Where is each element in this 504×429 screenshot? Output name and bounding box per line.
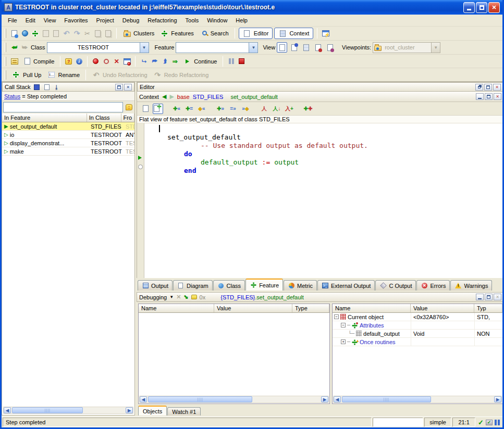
toolbar-gripper[interactable]: [5, 70, 6, 80]
watch-column-type[interactable]: Type: [292, 304, 329, 312]
menu-window[interactable]: Window: [203, 16, 231, 25]
add-project-icon[interactable]: [31, 29, 40, 37]
project-info-icon[interactable]: i: [75, 57, 83, 66]
interface-view-icon[interactable]: [325, 43, 335, 52]
hex-prefix-label[interactable]: 0x: [200, 294, 206, 300]
context-minimize-icon[interactable]: [476, 93, 484, 100]
import-call-stack-icon[interactable]: ⭳: [53, 83, 60, 91]
objects-column-value[interactable]: Value: [411, 304, 474, 312]
tab-class[interactable]: Class: [213, 280, 245, 291]
code-feature-name[interactable]: set_output_default: [167, 133, 503, 142]
tab-objects[interactable]: Objects: [138, 406, 167, 415]
context-forward-icon[interactable]: ▶: [169, 93, 174, 100]
editor-header[interactable]: Editor ✕: [137, 82, 503, 92]
tab-external-output[interactable]: >_External Output: [317, 280, 375, 291]
open-in-new-window-icon[interactable]: ⚡: [321, 29, 330, 37]
column-in-feature[interactable]: In Feature: [2, 113, 87, 122]
redo-refactoring-button[interactable]: ↷ Redo Refactoring: [151, 70, 211, 80]
call-stack-row[interactable]: ▷display_demonstrat... TESTROOT TEST: [2, 139, 134, 147]
compile-status-icon[interactable]: ✓: [486, 420, 493, 425]
remove-breakpoints-icon[interactable]: ✕: [112, 57, 121, 66]
scroll-right-icon[interactable]: ▶: [126, 407, 133, 413]
step-into-icon[interactable]: ⮡: [139, 57, 148, 66]
object-tree-row[interactable]: − Current object <0x32A8760> STD,: [333, 313, 502, 321]
scroll-left-icon[interactable]: ◀: [140, 396, 147, 402]
editor-gutter[interactable]: [137, 123, 144, 278]
tab-feature[interactable]: Feature: [245, 279, 283, 291]
toolbar-gripper[interactable]: [5, 29, 6, 38]
basic-text-view-icon[interactable]: ✎: [277, 42, 287, 53]
run-icon[interactable]: ⇒: [170, 57, 179, 66]
debug-context-feature[interactable]: .set_output_default: [255, 294, 304, 300]
call-stack-header[interactable]: Call Stack ⭳ ✕: [2, 82, 134, 92]
close-button[interactable]: ✕: [488, 2, 500, 13]
redo-icon[interactable]: ↷: [72, 29, 81, 37]
melt-query-icon[interactable]: ?: [64, 57, 73, 66]
pause-icon[interactable]: [227, 57, 236, 66]
call-stack-filter-input[interactable]: [3, 102, 123, 112]
save-all-icon[interactable]: [52, 29, 60, 37]
scroll-right-icon[interactable]: ▶: [321, 396, 328, 402]
code-area[interactable]: set_output_default -- Use standard outpu…: [137, 123, 503, 278]
flat-view-icon[interactable]: [301, 43, 311, 52]
debug-context-class[interactable]: {STD_FILES}: [220, 294, 255, 300]
call-stack-horizontal-scrollbar[interactable]: ◀ ▶: [3, 407, 133, 414]
rename-button[interactable]: I... Rename: [45, 70, 82, 80]
enable-breakpoints-icon[interactable]: [91, 57, 100, 66]
tab-warnings[interactable]: Warnings: [450, 280, 492, 291]
step-out-icon[interactable]: ⮭: [160, 57, 169, 66]
expand-icon[interactable]: +: [341, 339, 346, 344]
minimize-button[interactable]: [463, 2, 475, 13]
scroll-right-icon[interactable]: ▶: [494, 396, 501, 402]
show-breakpoints-icon[interactable]: [122, 57, 131, 66]
tab-watch-1[interactable]: Watch #1: [167, 407, 201, 415]
editor-toggle-button[interactable]: ✎ Editor: [239, 28, 273, 39]
creators-icon[interactable]: ◆«: [196, 104, 207, 114]
scroll-left-icon[interactable]: ◀: [4, 407, 11, 413]
maximize-button[interactable]: [476, 2, 487, 13]
clickable-flat-view-icon[interactable]: [153, 104, 163, 114]
editor-close-icon[interactable]: ✕: [493, 84, 501, 91]
debugging-minimize-icon[interactable]: [476, 294, 484, 300]
menu-favorites[interactable]: Favorites: [60, 16, 92, 25]
code-keyword-do[interactable]: do: [184, 150, 503, 158]
undo-refactoring-button[interactable]: ↶ Undo Refactoring: [90, 70, 150, 80]
context-maximize-icon[interactable]: [485, 93, 493, 100]
menu-file[interactable]: File: [4, 16, 21, 25]
save-icon[interactable]: [41, 29, 50, 37]
object-tree-row[interactable]: − ─ Attributes: [333, 321, 502, 330]
debugger-paused-icon[interactable]: [495, 420, 500, 425]
continue-button[interactable]: Continue: [181, 56, 219, 67]
debugging-header[interactable]: Debugging ▼ ✕ ⬊ 0x {STD_FILES}.set_outpu…: [137, 292, 504, 302]
class-combobox[interactable]: TESTROOT ▼: [47, 42, 149, 53]
object-tree-row[interactable]: + ─ ▴ Once routines: [333, 338, 502, 346]
copy-icon[interactable]: [93, 29, 102, 37]
debugging-dropdown-icon[interactable]: ▼: [169, 295, 174, 299]
feature-combobox[interactable]: ▼: [176, 42, 258, 53]
context-close-icon[interactable]: ✕: [494, 93, 501, 100]
creation-icon[interactable]: »◆: [240, 104, 251, 114]
toolbar-gripper[interactable]: [5, 43, 6, 52]
hex-bubble-icon[interactable]: [191, 295, 197, 299]
debugging-close-view-icon[interactable]: ✕: [176, 294, 181, 300]
copy-call-stack-icon[interactable]: [43, 83, 51, 91]
watch-column-name[interactable]: Name: [139, 304, 214, 312]
objects-column-type[interactable]: Typ: [474, 304, 502, 312]
feature-combobox-dropdown-icon[interactable]: ▼: [249, 43, 257, 53]
objects-column-name[interactable]: Name: [333, 304, 411, 312]
context-back-icon[interactable]: ◀: [162, 93, 166, 100]
tab-output[interactable]: Output: [138, 280, 173, 291]
tab-errors[interactable]: ✕Errors: [416, 280, 450, 291]
cut-icon[interactable]: ✂: [83, 29, 92, 37]
contract-view-icon[interactable]: [313, 43, 323, 52]
code-comment[interactable]: -- Use standard output as default output…: [201, 142, 503, 150]
call-stack-row[interactable]: ▶set_output_default STD_FILES STD_: [2, 122, 134, 131]
suppliers-icon[interactable]: ✚✚: [303, 104, 313, 114]
menu-tools[interactable]: Tools: [181, 16, 203, 25]
context-base[interactable]: base: [177, 94, 190, 100]
menu-project[interactable]: Project: [92, 16, 118, 25]
watch-horizontal-scrollbar[interactable]: ◀ ▶: [139, 396, 329, 403]
call-stack-row[interactable]: ▷make TESTROOT TEST: [2, 147, 134, 156]
editor-restore-icon[interactable]: [475, 84, 483, 91]
context-toggle-button[interactable]: Context: [274, 28, 313, 39]
